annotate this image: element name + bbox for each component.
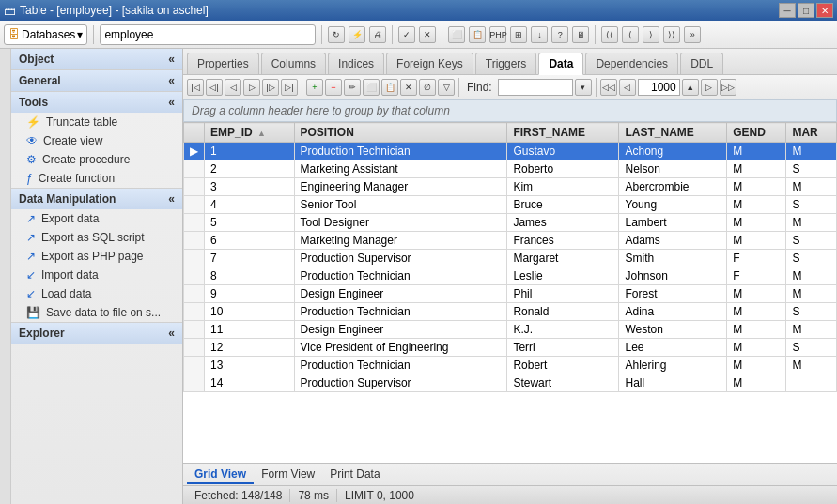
cell-first_name: James: [507, 214, 619, 232]
copy-record-button[interactable]: ⬜: [363, 79, 380, 96]
import-data-icon: ↙: [26, 268, 36, 282]
tab-data[interactable]: Data: [538, 53, 583, 75]
sidebar-header-explorer[interactable]: Explorer «: [11, 323, 182, 344]
nav-left2-button[interactable]: ⟨⟨: [601, 26, 618, 43]
nav-left-button[interactable]: ⟨: [622, 26, 639, 43]
clear-button[interactable]: ✕: [400, 79, 417, 96]
prev-record-button[interactable]: ◁: [225, 79, 241, 96]
paste-button[interactable]: 📋: [469, 26, 486, 43]
check-button[interactable]: ✓: [398, 26, 415, 43]
table-row[interactable]: 5Tool DesignerJamesLambertMM: [184, 214, 837, 232]
col-header-position[interactable]: POSITION: [294, 123, 507, 143]
tab-properties[interactable]: Properties: [187, 53, 259, 74]
last-record-button[interactable]: ▷|: [281, 79, 298, 96]
nav-right2-dt-button[interactable]: ▷▷: [720, 79, 736, 96]
help-button[interactable]: ?: [551, 26, 568, 43]
data-toolbar: |◁ ◁| ◁ ▷ |▷ ▷| + − ✏ ⬜ 📋 ✕ ∅ ▽ Find: ▾ …: [183, 75, 837, 99]
find-input[interactable]: [498, 79, 573, 96]
sidebar-item-create-function[interactable]: ƒ Create function: [11, 169, 182, 188]
nav-right-button[interactable]: ⟩: [643, 26, 659, 43]
table-row[interactable]: 6Marketing ManagerFrancesAdamsMS: [184, 232, 837, 250]
dropdown-arrow-icon: ▾: [77, 28, 83, 41]
minimize-button[interactable]: ─: [779, 3, 796, 18]
bottom-tab-print-data[interactable]: Print Data: [322, 466, 387, 484]
tab-triggers[interactable]: Triggers: [475, 53, 537, 74]
table-row[interactable]: 7Production SupervisorMargaretSmithFS: [184, 250, 837, 267]
nav-left-dt-button[interactable]: ◁: [619, 79, 636, 96]
find-dropdown-button[interactable]: ▾: [575, 79, 592, 96]
sidebar-header-general[interactable]: General «: [11, 70, 182, 91]
php-button[interactable]: PHP: [489, 26, 506, 43]
print-button[interactable]: 🖨: [369, 26, 386, 43]
sidebar-header-tools[interactable]: Tools «: [11, 92, 182, 113]
nav-left2-dt-button[interactable]: ◁◁: [600, 79, 617, 96]
col-header-gend[interactable]: GEND: [727, 123, 786, 143]
tab-columns[interactable]: Columns: [261, 53, 326, 74]
sidebar-item-export-data[interactable]: ↗ Export data: [11, 209, 182, 228]
col-header-mar[interactable]: MAR: [786, 123, 837, 143]
table-row[interactable]: 14Production SupervisorStewartHallM: [184, 374, 837, 392]
app-icon: 🗃: [4, 4, 16, 18]
paste-record-button[interactable]: 📋: [381, 79, 398, 96]
table-row[interactable]: 8Production TechnicianLeslieJohnsonFM: [184, 267, 837, 285]
nav-right-dt-button[interactable]: ▷: [701, 79, 718, 96]
tab-dependencies[interactable]: Dependencies: [585, 53, 678, 74]
add-record-button[interactable]: +: [306, 79, 323, 96]
next-record-button[interactable]: ▷: [243, 79, 260, 96]
prev-page-button[interactable]: ◁|: [206, 79, 223, 96]
table-row[interactable]: 4Senior ToolBruceYoungMS: [184, 196, 837, 214]
data-table-wrapper[interactable]: EMP_ID ▲ POSITION FIRST_NAME LAST_NAME G…: [183, 122, 837, 463]
edit-record-button[interactable]: ✏: [344, 79, 361, 96]
monitor-button[interactable]: 🖥: [572, 26, 589, 43]
databases-dropdown[interactable]: 🗄 Databases ▾: [4, 24, 87, 45]
table-row[interactable]: ▶1Production TechnicianGustavoAchongMM: [184, 143, 837, 160]
first-record-button[interactable]: |◁: [187, 79, 204, 96]
close-button[interactable]: ✕: [816, 3, 833, 18]
nav-right2-button[interactable]: ⟩⟩: [663, 26, 680, 43]
sidebar-item-truncate-table[interactable]: ⚡ Truncate table: [11, 113, 182, 131]
lightning-button[interactable]: ⚡: [349, 26, 365, 43]
table-row[interactable]: 13Production TechnicianRobertAhleringMM: [184, 357, 837, 374]
table-input[interactable]: [100, 24, 316, 45]
sidebar-header-object[interactable]: Object «: [11, 49, 182, 69]
table-row[interactable]: 12Vice President of EngineeringTerriLeeM…: [184, 339, 837, 357]
table-row[interactable]: 10Production TechnicianRonaldAdinaMS: [184, 303, 837, 321]
table-row[interactable]: 3Engineering ManagerKimAbercrombieMM: [184, 178, 837, 196]
sidebar-item-load-data[interactable]: ↙ Load data: [11, 284, 182, 303]
sidebar-item-create-view[interactable]: 👁 Create view: [11, 131, 182, 150]
bottom-tab-grid-view[interactable]: Grid View: [187, 466, 254, 484]
filter-button[interactable]: ▽: [438, 79, 455, 96]
limit-input[interactable]: [638, 79, 680, 96]
sidebar-item-export-sql[interactable]: ↗ Export as SQL script: [11, 228, 182, 247]
col-header-last-name[interactable]: LAST_NAME: [619, 123, 727, 143]
tab-indices[interactable]: Indices: [328, 53, 384, 74]
table-row[interactable]: 2Marketing AssistantRobertoNelsonMS: [184, 160, 837, 178]
tab-foreign-keys[interactable]: Foreign Keys: [386, 53, 473, 74]
table-row[interactable]: 9Design EngineerPhilForestMM: [184, 285, 837, 303]
cancel-button[interactable]: ✕: [419, 26, 436, 43]
next-page-button[interactable]: |▷: [262, 79, 279, 96]
sidebar-header-data-manipulation[interactable]: Data Manipulation «: [11, 189, 182, 209]
refresh-button[interactable]: ↻: [328, 26, 345, 43]
cell-first_name: Frances: [507, 232, 619, 250]
row-indicator-cell: [184, 321, 205, 339]
tab-ddl[interactable]: DDL: [680, 53, 723, 74]
table-row[interactable]: 11Design EngineerK.J.WestonMM: [184, 321, 837, 339]
col-header-emp-id[interactable]: EMP_ID ▲: [205, 123, 295, 143]
sidebar-item-export-php[interactable]: ↗ Export as PHP page: [11, 247, 182, 266]
cell-mar: S: [786, 232, 837, 250]
cell-position: Production Technician: [294, 267, 507, 285]
export-button[interactable]: ↓: [531, 26, 548, 43]
bottom-tab-form-view[interactable]: Form View: [254, 466, 322, 484]
sidebar-item-create-procedure[interactable]: ⚙ Create procedure: [11, 150, 182, 169]
delete-record-button[interactable]: −: [325, 79, 342, 96]
copy-button[interactable]: ⬜: [448, 26, 465, 43]
limit-up-button[interactable]: ▲: [682, 79, 699, 96]
maximize-button[interactable]: □: [798, 3, 814, 18]
col-header-first-name[interactable]: FIRST_NAME: [507, 123, 619, 143]
grid-button[interactable]: ⊞: [510, 26, 527, 43]
sidebar-item-import-data[interactable]: ↙ Import data: [11, 266, 182, 284]
sidebar-item-save-data[interactable]: 💾 Save data to file on s...: [11, 303, 182, 322]
expand-button[interactable]: »: [684, 26, 701, 43]
null-button[interactable]: ∅: [419, 79, 436, 96]
